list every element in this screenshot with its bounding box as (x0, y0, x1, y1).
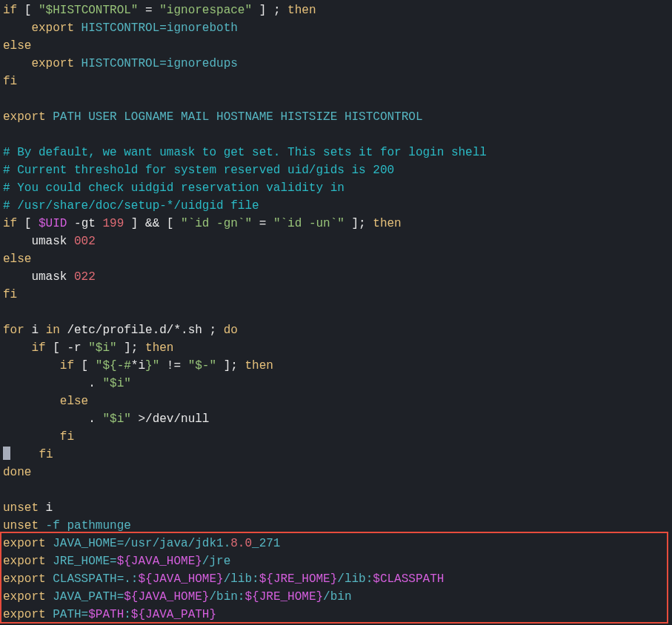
code-line: export HISTCONTROL=ignoredups (3, 55, 669, 73)
code-line: unset i (3, 499, 669, 517)
code-line: fi (3, 286, 669, 304)
code-line: export HISTCONTROL=ignoreboth (3, 19, 669, 37)
code-line: if [ -r "$i" ]; then (3, 339, 669, 357)
code-line (3, 481, 669, 499)
code-line: . "$i" >/dev/null (3, 410, 669, 428)
code-line: fi (3, 73, 669, 90)
code-line (3, 126, 669, 144)
code-line: export JRE_HOME=${JAVA_HOME}/jre (3, 552, 669, 570)
code-line: . "$i" (3, 375, 669, 392)
code-line: export PATH USER LOGNAME MAIL HOSTNAME H… (3, 108, 669, 126)
code-line: if [ $UID -gt 199 ] && [ "`id -gn`" = "`… (3, 215, 669, 233)
code-line: umask 022 (3, 268, 669, 286)
code-line: export CLASSPATH=.:${JAVA_HOME}/lib:${JR… (3, 570, 669, 588)
code-line: if [ "$HISTCONTROL" = "ignorespace" ] ; … (3, 1, 669, 19)
code-line: else (3, 392, 669, 410)
code-line: export JAVA_HOME=/usr/java/jdk1.8.0_271 (3, 535, 669, 552)
code-line: unset -f pathmunge (3, 517, 669, 535)
code-line: fi (3, 428, 669, 446)
code-line: else (3, 37, 669, 55)
code-line (3, 304, 669, 321)
text-cursor (3, 447, 10, 460)
code-line: # Current threshold for system reserved … (3, 161, 669, 179)
code-line: # /usr/share/doc/setup-*/uidgid file (3, 197, 669, 215)
code-line: export JAVA_PATH=${JAVA_HOME}/bin:${JRE_… (3, 588, 669, 606)
code-line: if [ "${-#*i}" != "$-" ]; then (3, 357, 669, 375)
code-line: else (3, 250, 669, 268)
code-line: export PATH=$PATH:${JAVA_PATH} (3, 606, 669, 624)
code-line: umask 002 (3, 233, 669, 250)
code-editor[interactable]: if [ "$HISTCONTROL" = "ignorespace" ] ; … (0, 0, 672, 625)
code-line: # By default, we want umask to get set. … (3, 144, 669, 161)
code-line: # You could check uidgid reservation val… (3, 179, 669, 197)
code-line: fi (3, 446, 669, 464)
code-line: done (3, 464, 669, 481)
code-line (3, 90, 669, 108)
code-line: for i in /etc/profile.d/*.sh ; do (3, 321, 669, 339)
